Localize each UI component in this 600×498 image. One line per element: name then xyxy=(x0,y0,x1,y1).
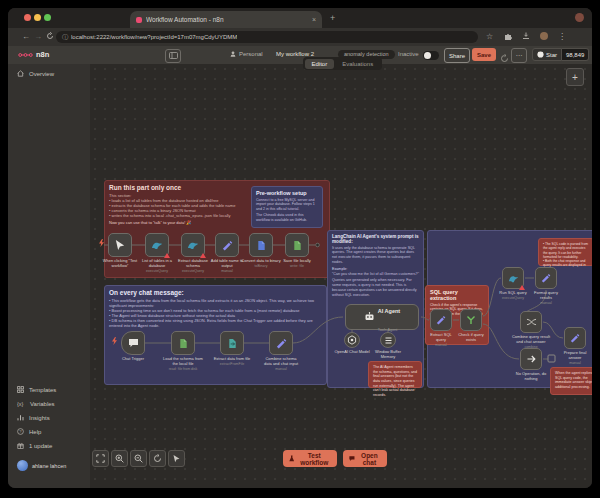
tab-close-icon[interactable]: × xyxy=(312,16,316,23)
address-bar[interactable]: ⓘ localhost:2222/workflow/new?projectId=… xyxy=(56,31,478,43)
sidebar-item-help[interactable]: ? Help xyxy=(17,428,41,435)
download-icon[interactable] xyxy=(522,32,530,42)
browser-tab[interactable]: Workflow Automation - n8n × xyxy=(130,11,322,28)
subnode-openai-chat-model[interactable] xyxy=(344,332,360,348)
node-run-sql-query[interactable] xyxy=(502,267,524,289)
node-combine-result-answer[interactable] xyxy=(520,311,542,333)
sticky-note-setup[interactable]: Pre-workflow setup Connect to a free MyS… xyxy=(251,186,323,228)
node-convert-to-binary[interactable] xyxy=(249,233,273,257)
node-prepare-final-answer[interactable] xyxy=(564,327,586,349)
github-star-widget[interactable]: Star 98,849 xyxy=(532,48,589,61)
tidy-up-button[interactable] xyxy=(168,450,185,467)
bookmark-star-icon[interactable]: ☆ xyxy=(486,32,493,41)
node-format-query-results[interactable] xyxy=(535,267,557,289)
sticky-note-agent-memory[interactable]: The AI Agent remembers the schema, quest… xyxy=(368,361,422,388)
activation-status-label: Inactive xyxy=(398,51,419,57)
toggle-knob xyxy=(424,52,431,59)
node-combine-schema-chat[interactable] xyxy=(269,331,293,355)
pointer-icon xyxy=(172,454,181,463)
test-workflow-button[interactable]: Test workflow xyxy=(283,450,337,467)
node-add-table-name[interactable] xyxy=(215,233,239,257)
panel-toggle-button[interactable] xyxy=(165,49,181,63)
chat-trigger-bolt-icon xyxy=(112,337,117,345)
breadcrumb-project[interactable]: Personal xyxy=(230,51,263,57)
node-extract-data-from-file[interactable] xyxy=(220,331,244,355)
window-zoom-button[interactable] xyxy=(44,14,51,21)
back-icon[interactable]: ← xyxy=(22,32,30,41)
node-list-of-tables[interactable] xyxy=(145,233,169,257)
window-minimize-button[interactable] xyxy=(34,14,41,21)
save-button[interactable]: Save xyxy=(472,48,496,61)
node-ai-agent[interactable]: AI Agent Tools Agent xyxy=(345,304,419,330)
tab-evaluations[interactable]: Evaluations xyxy=(335,59,380,69)
node-label: Prepare final answermanual xyxy=(559,351,591,365)
open-chat-button[interactable]: Open chat xyxy=(343,450,387,467)
profile-avatar-icon[interactable] xyxy=(540,32,548,40)
node-label: Extract SQL querymanual xyxy=(426,333,456,347)
node-label: Convert data to binarytoBinary xyxy=(241,259,281,268)
subnode-window-buffer-memory[interactable] xyxy=(380,332,396,348)
binary-file-icon xyxy=(256,240,267,251)
workflow-canvas[interactable]: Run this part only once This section: lo… xyxy=(90,64,592,488)
sidebar-item-updates[interactable]: 1 update xyxy=(17,442,52,449)
sticky-text: The Chinook data used in this workflow i… xyxy=(256,213,318,222)
trigger-bolt-icon xyxy=(99,239,104,247)
new-tab-button[interactable]: + xyxy=(330,13,335,23)
agent-title: AI Agent xyxy=(378,308,400,314)
sidebar: Overview Templates {x} Variables Insight… xyxy=(8,64,91,488)
node-chat-trigger[interactable] xyxy=(121,331,145,355)
zoom-to-fit-button[interactable] xyxy=(92,450,109,467)
sidebar-item-insights[interactable]: Insights xyxy=(17,414,50,421)
browser-profile-icon[interactable] xyxy=(575,13,584,22)
insights-icon xyxy=(17,414,24,421)
node-label: OpenAI Chat Model xyxy=(332,350,372,355)
node-label: Chat Trigger xyxy=(113,357,153,362)
extensions-icon[interactable] xyxy=(504,32,512,42)
sidebar-item-variables[interactable]: {x} Variables xyxy=(17,400,55,407)
sticky-text: The AI Agent remembers the schema, quest… xyxy=(373,365,417,398)
add-node-button[interactable]: + xyxy=(566,68,584,86)
node-check-query-exists[interactable] xyxy=(460,309,482,331)
sticky-title: Pre-workflow setup xyxy=(256,190,318,196)
zoom-in-button[interactable] xyxy=(111,450,128,467)
node-extract-sql-query[interactable] xyxy=(430,309,452,331)
screen: Workflow Automation - n8n × + ← → ⓘ loca… xyxy=(0,0,600,498)
robot-icon xyxy=(364,312,375,323)
site-info-icon[interactable]: ⓘ xyxy=(62,33,68,42)
edit-pencil-icon xyxy=(276,338,287,349)
edit-pencil-icon xyxy=(570,333,580,343)
reload-icon[interactable] xyxy=(46,32,54,42)
tab-editor[interactable]: Editor xyxy=(305,59,335,69)
node-no-operation[interactable] xyxy=(520,348,542,370)
svg-text:{x}: {x} xyxy=(17,401,24,407)
zoom-out-icon xyxy=(134,454,143,463)
activation-toggle[interactable] xyxy=(423,51,439,60)
if-branch-icon xyxy=(466,315,476,325)
reset-zoom-button[interactable] xyxy=(149,450,166,467)
n8n-logo[interactable]: n8n xyxy=(18,50,49,59)
fit-view-icon xyxy=(96,454,105,463)
sidebar-item-overview[interactable]: Overview xyxy=(17,70,54,77)
node-label: List of tables in a databaseexecuteQuery xyxy=(137,259,177,273)
share-button[interactable]: Share xyxy=(444,48,470,63)
more-options-button[interactable]: ⋯ xyxy=(511,48,527,63)
person-icon xyxy=(230,51,236,57)
sidebar-item-templates[interactable]: Templates xyxy=(17,386,56,393)
forward-icon[interactable]: → xyxy=(34,32,42,41)
zoom-out-button[interactable] xyxy=(130,450,147,467)
flask-icon xyxy=(289,454,294,463)
url-text: localhost:2222/workflow/new?projectId=17… xyxy=(71,34,237,40)
node-extract-database-schema[interactable] xyxy=(181,233,205,257)
browser-menu-icon[interactable]: ⋮ xyxy=(558,32,566,41)
node-when-clicking-test-workflow[interactable] xyxy=(108,233,132,257)
openai-icon xyxy=(347,335,357,345)
node-load-schema-file[interactable] xyxy=(171,331,195,355)
cursor-icon xyxy=(114,239,126,251)
node-label: Combine schema data and chat inputmanual xyxy=(261,357,301,371)
node-save-file-locally[interactable] xyxy=(285,233,309,257)
home-icon xyxy=(17,70,24,77)
user-avatar xyxy=(17,460,28,471)
user-menu[interactable]: ahlane lahcen xyxy=(17,460,66,471)
node-label: Run SQL queryexecuteQuery xyxy=(497,291,529,300)
window-close-button[interactable] xyxy=(24,14,31,21)
